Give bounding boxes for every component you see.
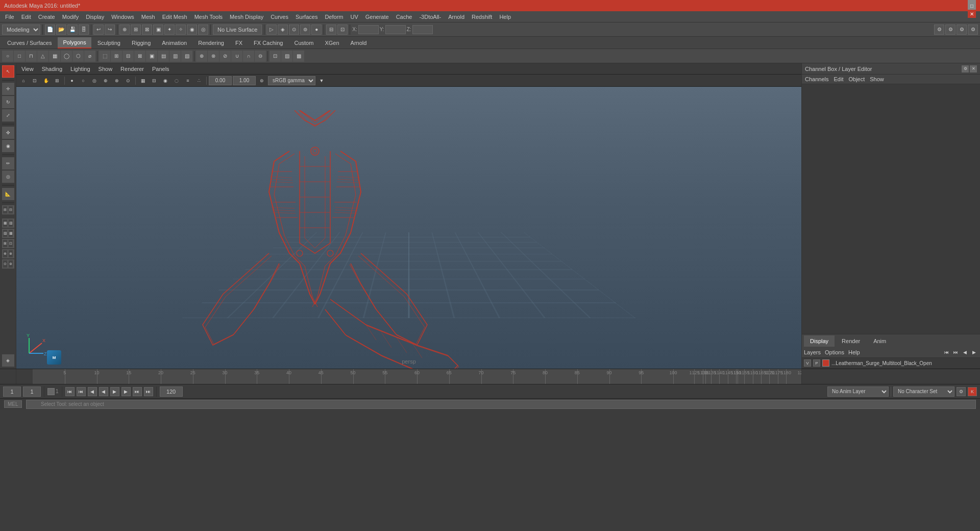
render-btn5[interactable]: ● [311, 25, 322, 35]
layer-color-swatch[interactable] [822, 359, 829, 367]
mode-selector[interactable]: Modeling [2, 25, 40, 35]
bridge-tool[interactable]: ⊞ [111, 51, 122, 62]
merge-tool[interactable]: ⊕ [196, 51, 207, 62]
layer-tool1[interactable]: ▦ ▧ [2, 219, 14, 228]
tab-arnold[interactable]: Arnold [346, 37, 372, 49]
layer-visible-btn[interactable]: V [804, 359, 811, 367]
menu-windows[interactable]: Windows [108, 13, 137, 21]
viewport-menu-shading[interactable]: Shading [40, 65, 64, 73]
fill-hole-tool[interactable]: ⊟ [122, 51, 134, 62]
hud-toggle[interactable]: ⊟ [149, 76, 159, 86]
tool4[interactable]: ▣ [153, 25, 163, 35]
tab-rigging[interactable]: Rigging [127, 37, 156, 49]
menu-modify[interactable]: Modify [59, 13, 82, 21]
gamma-dropdown[interactable]: ▼ [316, 76, 327, 86]
universal-tool[interactable]: ✜ [2, 127, 14, 139]
rotate-tool[interactable]: ↻ [2, 96, 14, 108]
shading-mode1[interactable]: ● [67, 76, 77, 86]
prev-frame-btn[interactable]: ◀ [88, 387, 97, 396]
menu-generate[interactable]: Generate [362, 13, 392, 21]
goto-start-btn[interactable]: ⏮ [65, 387, 75, 396]
viewport-menu-show[interactable]: Show [96, 65, 115, 73]
z-field[interactable] [412, 25, 433, 34]
save-file-button[interactable]: 💾 [67, 25, 78, 35]
render-btn4[interactable]: ⊚ [300, 25, 310, 35]
tab-rendering[interactable]: Rendering [193, 37, 229, 49]
shading-mode4[interactable]: ⊕ [101, 76, 111, 86]
camera-fit-btn[interactable]: ⊡ [30, 76, 40, 86]
combine-tool[interactable]: ⊗ [208, 51, 219, 62]
maximize-button[interactable]: □ [968, 2, 976, 10]
menu-edit[interactable]: Edit [18, 13, 34, 21]
move-tool[interactable]: ✛ [2, 83, 14, 95]
poly-plane-tool[interactable]: ▦ [49, 51, 60, 62]
menu-display[interactable]: Display [83, 13, 107, 21]
shading-mode5[interactable]: ⊗ [112, 76, 122, 86]
poly-cone-tool[interactable]: △ [37, 51, 48, 62]
new-file-button[interactable]: 📄 [45, 25, 55, 35]
select-all-btn[interactable]: ∴ [194, 76, 204, 86]
auto-key-btn[interactable]: K [968, 387, 977, 396]
poly-loop-cut-tool[interactable]: ▤ [158, 51, 169, 62]
prev-key-btn[interactable]: ⏮ [77, 387, 86, 396]
anim-layer-selector[interactable]: No Anim Layer [827, 387, 889, 397]
right-tool4[interactable]: ⚙ [968, 25, 978, 35]
right-tool2[interactable]: ⚙ [945, 25, 955, 35]
tab-render[interactable]: Render [836, 335, 866, 347]
menu-surfaces[interactable]: Surfaces [292, 13, 321, 21]
layer-tool5[interactable]: ⊙ ⊚ [2, 259, 14, 269]
tab-anim[interactable]: Anim [867, 335, 892, 347]
sculpt-tool[interactable]: ◎ [2, 171, 14, 183]
color-space-selector[interactable]: sRGB gamma [268, 76, 315, 85]
menu-file[interactable]: File [2, 13, 17, 21]
tab-sculpting[interactable]: Sculpting [92, 37, 126, 49]
poly-prism-tool[interactable]: ⬡ [72, 51, 84, 62]
gamma-field[interactable] [233, 76, 256, 85]
extrude-face-tool[interactable]: ⬚ [99, 51, 110, 62]
viewport-menu-view[interactable]: View [19, 65, 36, 73]
tab-curves-surfaces[interactable]: Curves / Surfaces [2, 37, 57, 49]
open-file-button[interactable]: 📂 [56, 25, 66, 35]
tool5[interactable]: ✦ [164, 25, 175, 35]
layer-tool2[interactable]: ▨ ▩ [2, 229, 14, 238]
menu-uv[interactable]: UV [347, 13, 361, 21]
uv-unfold-tool[interactable]: ⊡ [270, 51, 281, 62]
tab-polygons[interactable]: Polygons [58, 37, 91, 49]
next-frame-btn[interactable]: ▶ [121, 387, 131, 396]
render-btn2[interactable]: ◈ [278, 25, 288, 35]
tool8[interactable]: ◎ [198, 25, 208, 35]
y-field[interactable] [385, 25, 406, 34]
poly-connect-tool[interactable]: ▥ [169, 51, 181, 62]
menu-curves[interactable]: Curves [267, 13, 291, 21]
current-frame-input[interactable] [23, 387, 41, 397]
render-btn1[interactable]: ▷ [266, 25, 277, 35]
snap-btn1[interactable]: ⊟ [326, 25, 336, 35]
layers-menu-options[interactable]: Options [825, 349, 844, 355]
gamma-icon[interactable]: ⊚ [257, 76, 267, 86]
play-fwd-btn[interactable]: ▶ [110, 387, 119, 396]
menu-arnold[interactable]: Arnold [445, 13, 468, 21]
obj-type-filter[interactable]: ≡ [183, 76, 193, 86]
tab-fx[interactable]: FX [230, 37, 248, 49]
menu-help[interactable]: Help [496, 13, 514, 21]
shading-mode6[interactable]: ⊙ [123, 76, 133, 86]
cb-menu-edit[interactable]: Edit [834, 76, 843, 82]
uv-auto-tool[interactable]: ▩ [293, 51, 304, 62]
render-btn3[interactable]: ⊙ [289, 25, 299, 35]
tab-custom[interactable]: Custom [289, 37, 319, 49]
layer-next-btn[interactable]: ◀ [961, 348, 969, 356]
timeline-ruler[interactable]: 5101520253035404550556065707580859095100… [33, 369, 801, 384]
isolate-btn[interactable]: ◉ [160, 76, 170, 86]
xray-btn[interactable]: ◌ [172, 76, 182, 86]
mel-python-toggle[interactable]: MEL [4, 400, 22, 408]
camera-pan-btn[interactable]: ✋ [41, 76, 51, 86]
shading-mode2[interactable]: ○ [78, 76, 88, 86]
wireframe-btn[interactable]: ⊞ [52, 76, 62, 86]
camera-home-btn[interactable]: ⌂ [18, 76, 29, 86]
layers-menu-help[interactable]: Help [848, 349, 860, 355]
menu-3dtool[interactable]: -3DtoAll- [416, 13, 444, 21]
tool6[interactable]: ✧ [176, 25, 186, 35]
poly-sphere-tool[interactable]: ○ [2, 51, 13, 62]
select-tool[interactable]: ↖ [2, 65, 14, 78]
tool7[interactable]: ◉ [187, 25, 197, 35]
